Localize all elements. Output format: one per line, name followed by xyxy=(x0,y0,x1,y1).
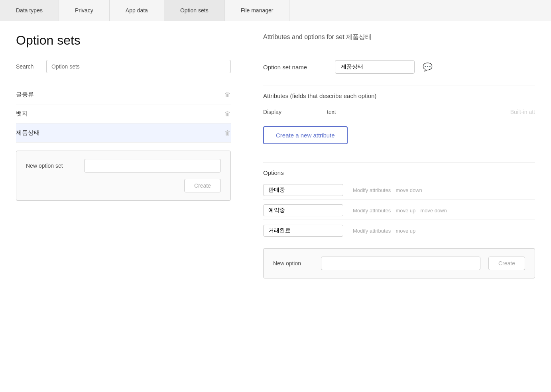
new-option-set-label: New option set xyxy=(26,163,78,169)
left-panel: Option sets Search 글종류 🗑 뱃지 🗑 제품상태 🗑 xyxy=(0,21,247,390)
option-set-name: 글종류 xyxy=(16,91,34,98)
create-new-attribute-button[interactable]: Create a new attribute xyxy=(263,126,348,144)
attribute-display-type: text xyxy=(327,109,336,115)
move-down-link-1[interactable]: move down xyxy=(420,208,447,214)
options-section-title: Options xyxy=(263,169,535,176)
tab-file-manager[interactable]: File manager xyxy=(225,0,290,21)
comment-icon[interactable]: 💬 xyxy=(423,62,433,72)
option-set-name-1: 뱃지 xyxy=(16,110,28,118)
option-set-name-row: Option set name 💬 xyxy=(263,60,535,74)
attribute-display-name: Display xyxy=(263,109,311,115)
new-option-input[interactable] xyxy=(321,257,480,270)
right-panel: Attributes and options for set 제품상태 Opti… xyxy=(247,21,551,390)
option-set-name-field[interactable] xyxy=(335,60,415,74)
left-panel-title: Option sets xyxy=(16,33,231,48)
attributes-section-title: Attributes (fields that describe each op… xyxy=(263,92,535,99)
attribute-builtin-label: Built-in att xyxy=(510,109,535,115)
new-option-row: New option Create xyxy=(273,257,525,270)
new-option-box: New option Create xyxy=(263,248,535,278)
tab-data-types[interactable]: Data types xyxy=(0,0,59,21)
options-list: Modify attributes move down Modify attri… xyxy=(263,181,535,240)
option-set-name-2: 제품상태 xyxy=(16,129,40,137)
modify-attributes-link-2[interactable]: Modify attributes xyxy=(353,228,391,234)
option-actions-2: Modify attributes move up xyxy=(353,228,415,234)
option-actions-0: Modify attributes move down xyxy=(353,187,422,193)
tab-option-sets[interactable]: Option sets xyxy=(164,0,225,21)
trash-icon-0[interactable]: 🗑 xyxy=(224,91,231,98)
trash-icon-2[interactable]: 🗑 xyxy=(224,129,231,137)
option-set-name-label: Option set name xyxy=(263,64,327,71)
tab-privacy[interactable]: Privacy xyxy=(59,0,110,21)
option-row-0: Modify attributes move down xyxy=(263,181,535,200)
option-set-list: 글종류 🗑 뱃지 🗑 제품상태 🗑 xyxy=(16,85,231,143)
option-set-item-gljongryu[interactable]: 글종류 🗑 xyxy=(16,85,231,104)
option-set-item-baetji[interactable]: 뱃지 🗑 xyxy=(16,104,231,123)
right-panel-header: Attributes and options for set 제품상태 xyxy=(263,33,535,48)
option-value-input-2[interactable] xyxy=(263,225,343,237)
top-nav: Data types Privacy App data Option sets … xyxy=(0,0,551,21)
create-option-set-button[interactable]: Create xyxy=(184,179,221,192)
modify-attributes-link-0[interactable]: Modify attributes xyxy=(353,187,391,193)
move-up-link-2[interactable]: move up xyxy=(396,228,415,234)
new-option-set-input[interactable] xyxy=(84,159,221,172)
option-actions-1: Modify attributes move up move down xyxy=(353,208,447,214)
option-set-item-jesumstatus[interactable]: 제품상태 🗑 xyxy=(16,123,231,143)
tab-app-data[interactable]: App data xyxy=(110,0,164,21)
search-label: Search xyxy=(16,63,40,70)
new-option-set-box: New option set Create xyxy=(16,151,231,201)
new-option-set-row: New option set xyxy=(26,159,221,172)
move-up-link-1[interactable]: move up xyxy=(396,208,415,214)
option-value-input-1[interactable] xyxy=(263,204,343,216)
modify-attributes-link-1[interactable]: Modify attributes xyxy=(353,208,391,214)
search-input[interactable] xyxy=(46,60,231,73)
attribute-display-row: Display text Built-in att xyxy=(263,106,535,118)
move-down-link-0[interactable]: move down xyxy=(396,187,422,193)
trash-icon-1[interactable]: 🗑 xyxy=(224,110,231,118)
option-row-1: Modify attributes move up move down xyxy=(263,201,535,220)
create-btn-row: Create xyxy=(26,179,221,192)
divider-1 xyxy=(263,86,535,86)
option-row-2: Modify attributes move up xyxy=(263,221,535,240)
search-row: Search xyxy=(16,60,231,73)
create-option-button[interactable]: Create xyxy=(488,257,525,270)
option-value-input-0[interactable] xyxy=(263,184,343,196)
new-option-label: New option xyxy=(273,260,313,267)
main-layout: Option sets Search 글종류 🗑 뱃지 🗑 제품상태 🗑 xyxy=(0,21,551,390)
divider-2 xyxy=(263,163,535,163)
